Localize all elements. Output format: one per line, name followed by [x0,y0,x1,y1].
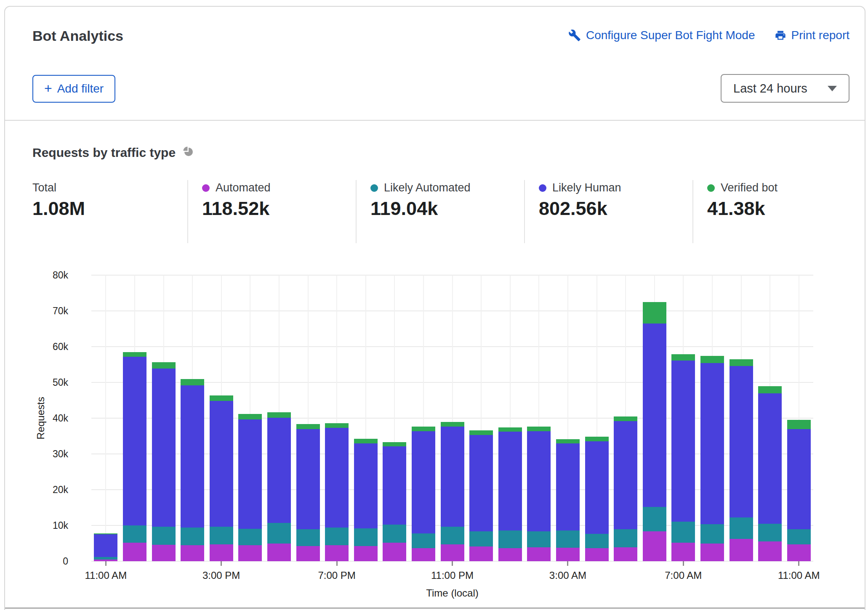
bar-1pm-2[interactable] [152,362,176,561]
segment-likely-human [700,363,724,524]
segment-automated [700,544,724,562]
time-range-select[interactable]: Last 24 hours [721,74,849,103]
x-tick-label: 11:00 PM [417,570,488,581]
bar-4pm-5[interactable] [238,414,262,561]
stat-likely-human: Likely Human 802.56k [539,181,621,220]
print-link-label: Print report [791,29,850,42]
segment-verified-bot [758,386,782,394]
bar-10am-23[interactable] [758,386,782,562]
segment-likely-human [210,401,233,527]
segment-likely-automated [498,530,522,549]
segment-verified-bot [498,427,522,432]
bar-2am-15[interactable] [527,427,551,561]
bar-5am-18[interactable] [614,416,637,561]
segment-likely-human [643,324,666,507]
x-axis-title: Time (local) [91,587,813,599]
bar-3am-16[interactable] [556,439,580,561]
bot-analytics-card: Bot Analytics Configure Super Bot Fight … [4,6,865,610]
bar-4am-17[interactable] [585,437,609,561]
add-filter-button[interactable]: + Add filter [32,75,115,103]
stat-divider [524,180,525,243]
segment-likely-automated [354,528,378,546]
segment-automated [469,546,493,561]
bar-6am-19[interactable] [643,302,666,561]
bar-1am-14[interactable] [498,427,522,561]
requests-by-traffic-type-chart: Time (local) 11:00 AM3:00 PM7:00 PM11:00… [91,275,813,561]
x-tick-label: 11:00 AM [70,570,141,581]
bar-2pm-3[interactable] [181,379,204,562]
stat-divider [692,180,693,243]
y-tick-label: 40k [18,412,68,424]
segment-likely-automated [643,507,666,532]
x-tick-label: 11:00 AM [763,570,835,581]
x-tick-label: 3:00 PM [186,570,257,581]
printer-icon [775,29,786,41]
segment-likely-human [614,421,637,530]
bar-11am-24[interactable] [787,420,811,561]
segment-likely-automated [787,529,811,544]
add-filter-label: Add filter [57,82,104,95]
segment-likely-automated [585,534,609,548]
segment-automated [181,545,204,561]
segment-verified-bot [296,424,320,429]
segment-likely-human [441,427,464,527]
stat-verified-bot-label: Verified bot [721,181,777,194]
segment-verified-bot [585,437,609,441]
bar-7am-20[interactable] [671,354,695,561]
segment-likely-automated [238,529,262,545]
segment-likely-human [527,431,551,532]
segment-automated [238,545,262,561]
bar-8pm-9[interactable] [354,439,378,561]
stat-likely-automated-label: Likely Automated [384,181,471,194]
segment-likely-human [469,435,493,531]
bar-3pm-4[interactable] [210,395,233,561]
segment-automated [267,544,291,561]
bar-8am-21[interactable] [700,356,724,561]
stat-likely-human-label: Likely Human [552,181,621,194]
segment-verified-bot [181,379,204,385]
x-tick [105,561,107,566]
bar-6pm-7[interactable] [296,424,320,561]
segment-verified-bot [787,420,811,429]
segment-verified-bot [527,427,551,431]
segment-likely-human [730,366,753,517]
bar-12pm-1[interactable] [123,352,146,561]
bar-11am-0[interactable] [94,533,117,561]
bar-9am-22[interactable] [730,359,753,561]
bar-11pm-12[interactable] [441,422,464,561]
segment-automated [527,547,551,561]
segment-likely-human [383,446,406,525]
segment-likely-automated [730,517,753,539]
stat-divider [187,180,188,243]
segment-likely-automated [700,524,724,543]
segment-automated [730,539,753,561]
bar-12am-13[interactable] [469,430,493,561]
bar-7pm-8[interactable] [325,423,349,561]
segment-verified-bot [730,359,753,366]
x-tick [452,561,453,566]
segment-verified-bot [469,430,493,435]
segment-likely-automated [267,523,291,544]
segment-automated [441,544,464,561]
y-tick-label: 20k [18,483,68,496]
stat-automated-label: Automated [216,181,271,194]
stat-likely-automated-value: 119.04k [370,198,471,220]
segment-verified-bot [671,354,695,361]
segment-likely-human [671,361,695,522]
bar-5pm-6[interactable] [267,412,291,561]
segment-automated [614,547,637,561]
configure-super-bot-fight-mode-link[interactable]: Configure Super Bot Fight Mode [568,29,755,42]
bar-10pm-11[interactable] [412,427,435,561]
segment-likely-automated [412,533,435,548]
vertical-gridline [105,275,106,561]
stat-likely-automated: Likely Automated 119.04k [370,181,471,220]
segment-likely-automated [383,525,406,543]
segment-likely-human [787,429,811,529]
segment-automated [412,548,435,561]
bar-9pm-10[interactable] [383,442,406,561]
segment-automated [210,544,233,561]
print-report-link[interactable]: Print report [775,29,850,42]
stat-automated: Automated 118.52k [202,181,271,220]
stat-divider [356,180,357,243]
y-tick-label: 80k [18,269,68,281]
